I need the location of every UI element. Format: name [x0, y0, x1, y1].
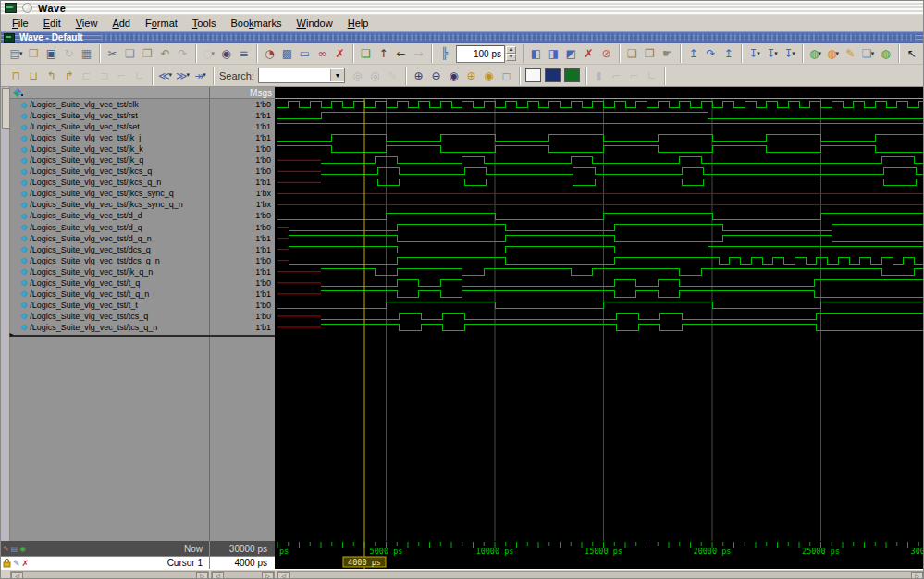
signal-value-row[interactable]: 1'b1: [210, 322, 275, 333]
expand-time-button[interactable]: ◍▾: [807, 45, 824, 63]
show-ids-button[interactable]: ≡: [235, 45, 253, 63]
wave-hscrollbar[interactable]: ◁ ▷: [277, 571, 924, 579]
run-up-button[interactable]: ↥: [720, 45, 737, 63]
edge-move-right-button[interactable]: ↱: [60, 67, 78, 84]
edge-insert-right-button[interactable]: ⊔: [25, 67, 43, 84]
signal-name[interactable]: /Logics_Suite_vlg_vec_tst/tcs_q_n: [30, 323, 157, 332]
signal-name[interactable]: /Logics_Suite_vlg_vec_tst/d_q_n: [30, 234, 152, 243]
save-button[interactable]: ▣: [43, 45, 60, 63]
copy-view-button[interactable]: ❏: [357, 45, 375, 63]
signal-name[interactable]: /Logics_Suite_vlg_vec_tst/jkcs_q: [30, 166, 152, 176]
signal-name[interactable]: /Logics_Suite_vlg_vec_tst/clk: [30, 100, 139, 109]
zoom-range-button[interactable]: ◻: [498, 67, 515, 84]
scroll-right-arrow-icon[interactable]: ▷: [262, 572, 274, 579]
signal-row[interactable]: ◆/Logics_Suite_vlg_vec_tst/dcs_q_n: [10, 255, 209, 266]
signal-name[interactable]: /Logics_Suite_vlg_vec_tst/jk_k: [30, 144, 143, 154]
pan-hand-button[interactable]: ☛: [659, 45, 676, 63]
vertical-scrollbar[interactable]: [1, 87, 10, 541]
insert-cursor-button[interactable]: ↧▾: [781, 45, 798, 63]
swatch-blue-button[interactable]: [545, 68, 561, 82]
edge-insert-left-button[interactable]: ⊓: [7, 67, 25, 84]
run-next-event-button[interactable]: ↷: [702, 45, 720, 63]
signal-value-row[interactable]: 1'b0: [210, 300, 275, 311]
names-hscrollbar[interactable]: ◁ ▷: [10, 571, 209, 579]
signal-value-row[interactable]: 1'b1: [210, 132, 275, 143]
signal-name[interactable]: /Logics_Suite_vlg_vec_tst/jk_q: [30, 155, 143, 165]
copy-button[interactable]: ❏: [121, 45, 139, 63]
signal-row[interactable]: ◆/Logics_Suite_vlg_vec_tst/t_q_n: [10, 289, 209, 300]
signal-name[interactable]: /Logics_Suite_vlg_vec_tst/t_q: [30, 278, 140, 288]
values-hscrollbar[interactable]: ◁ ▷: [211, 571, 275, 579]
goto-time-button[interactable]: ↠▾: [191, 67, 209, 84]
add-dataset2-button[interactable]: ❐: [641, 45, 659, 63]
signal-row[interactable]: ◆/Logics_Suite_vlg_vec_tst/d_q_n: [10, 233, 209, 244]
signal-value-row[interactable]: 1'b1: [210, 177, 275, 188]
msgs-column-header[interactable]: Msgs: [210, 87, 275, 99]
signal-row[interactable]: ◆/Logics_Suite_vlg_vec_tst/jkcs_q_n: [10, 177, 209, 188]
menu-item-file[interactable]: File: [6, 17, 35, 30]
open-button[interactable]: ❒: [25, 45, 43, 63]
next-edge-button[interactable]: ≫▾: [174, 67, 191, 84]
scroll-left-arrow-icon[interactable]: ◁: [277, 572, 290, 579]
zoom-cursor-button[interactable]: ◉: [480, 67, 498, 84]
signal-value-row[interactable]: 1'b0: [210, 255, 275, 266]
signal-row[interactable]: ◆/Logics_Suite_vlg_vec_tst/dcs_q: [10, 244, 209, 255]
timeline-ruler[interactable]: ps5000 ps10000 ps15000 ps20000 ps25000 p…: [275, 541, 924, 556]
run-button[interactable]: ◨: [545, 45, 562, 63]
prev-edge-button[interactable]: ≪▾: [156, 67, 174, 84]
edge-move-left-button[interactable]: ↰: [43, 67, 60, 84]
signal-name[interactable]: /Logics_Suite_vlg_vec_tst/dcs_q: [30, 245, 151, 254]
signal-name[interactable]: /Logics_Suite_vlg_vec_tst/d_q: [30, 223, 142, 232]
menu-item-edit[interactable]: Edit: [37, 17, 68, 30]
menu-item-bookmarks[interactable]: Bookmarks: [225, 17, 289, 30]
time-resolution-icon[interactable]: ╠: [436, 45, 453, 63]
cursor-status-row[interactable]: ✎ ✗ Cursor 1 4000 ps: [1, 556, 275, 569]
signal-value-row[interactable]: 1'b0: [210, 210, 275, 221]
waveform-canvas[interactable]: [275, 87, 924, 541]
move-up-button[interactable]: ↑: [375, 45, 392, 63]
follow-button[interactable]: ∞: [314, 45, 331, 63]
cursor-track[interactable]: 4000 ps: [275, 556, 924, 569]
run-to-cursor-button[interactable]: ↥: [684, 45, 702, 63]
add-icon[interactable]: ◉: [19, 545, 26, 553]
signal-name[interactable]: /Logics_Suite_vlg_vec_tst/t_t: [30, 301, 138, 310]
next-transition-button[interactable]: ↧▾: [763, 45, 781, 63]
signal-value-row[interactable]: 1'bx: [210, 199, 275, 210]
log-time-button[interactable]: ◔: [261, 45, 278, 63]
search-input[interactable]: [259, 70, 330, 80]
signal-name[interactable]: /Logics_Suite_vlg_vec_tst/jkcs_sync_q_n: [30, 200, 183, 209]
signal-name[interactable]: /Logics_Suite_vlg_vec_tst/jk_j: [30, 133, 141, 142]
signal-row[interactable]: ◆/Logics_Suite_vlg_vec_tst/rst: [10, 110, 209, 121]
signal-row[interactable]: ◆/Logics_Suite_vlg_vec_tst/t_q: [10, 277, 209, 289]
cursor-name[interactable]: Cursor 1: [167, 558, 203, 568]
panel-icon[interactable]: ▤: [11, 545, 18, 553]
signal-value-row[interactable]: 1'b1: [210, 266, 275, 277]
signal-row[interactable]: ◆/Logics_Suite_vlg_vec_tst/d_d: [10, 210, 209, 221]
signal-row[interactable]: ◆/Logics_Suite_vlg_vec_tst/jkcs_sync_q: [10, 188, 209, 199]
signal-value-row[interactable]: 1'b0: [210, 311, 275, 322]
collapse-time-button[interactable]: ◍▾: [824, 45, 842, 63]
swatch-white-button[interactable]: [525, 68, 541, 82]
signal-value-row[interactable]: 1'b0: [210, 166, 275, 177]
signal-value-row[interactable]: 1'b1: [210, 110, 275, 121]
edit-mode-button[interactable]: ✎: [842, 45, 859, 63]
signal-row[interactable]: ◆/Logics_Suite_vlg_vec_tst/clk: [10, 99, 209, 110]
zoom-out-button[interactable]: ⊖: [427, 67, 445, 84]
delete-cursor-icon[interactable]: ✗: [22, 559, 30, 568]
signal-value-row[interactable]: 1'b0: [210, 222, 275, 233]
paste-button[interactable]: ❐: [139, 45, 156, 63]
signal-row[interactable]: ◆/Logics_Suite_vlg_vec_tst/jk_q_n: [10, 266, 209, 277]
chevron-down-icon[interactable]: ▼: [330, 69, 344, 81]
window-menu-icon[interactable]: [22, 3, 32, 13]
restart-button[interactable]: ◧: [527, 45, 545, 63]
vertical-scrollbar-thumb[interactable]: [2, 88, 10, 129]
add-dataset-button[interactable]: ❏: [623, 45, 641, 63]
menu-item-tools[interactable]: Tools: [186, 17, 223, 30]
continue-run-button[interactable]: ◩: [562, 45, 580, 63]
signal-row[interactable]: ◆/Logics_Suite_vlg_vec_tst/tcs_q_n: [10, 322, 209, 333]
signal-name[interactable]: /Logics_Suite_vlg_vec_tst/t_q_n: [30, 290, 149, 299]
scroll-left-arrow-icon[interactable]: ◁: [11, 572, 23, 579]
new-document-button[interactable]: ▤▾: [7, 45, 25, 63]
signal-row[interactable]: ◆/Logics_Suite_vlg_vec_tst/t_t: [10, 300, 209, 311]
signal-name[interactable]: /Logics_Suite_vlg_vec_tst/d_d: [30, 211, 142, 220]
